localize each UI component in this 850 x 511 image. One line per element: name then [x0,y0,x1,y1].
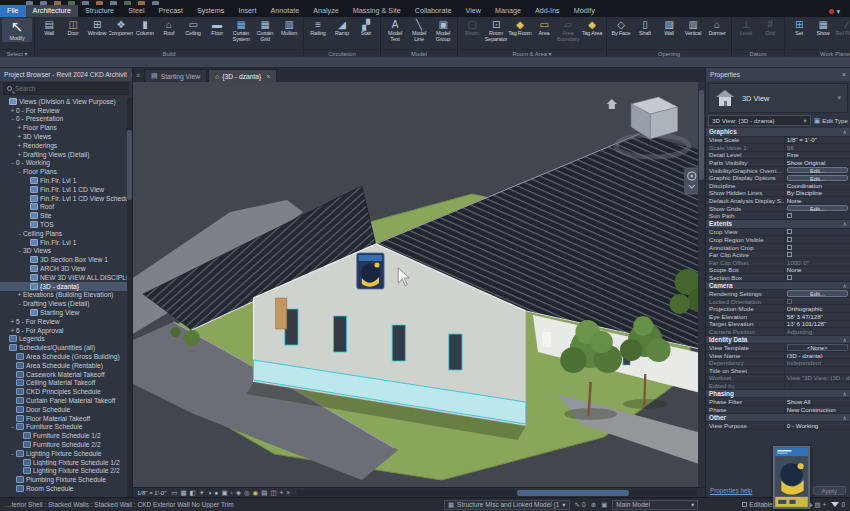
lock-3d-view-icon[interactable]: ◈ [236,488,241,498]
temporary-view-properties-icon[interactable]: ◫ [270,488,276,498]
collapse-icon[interactable]: ∧ [843,128,847,135]
property-value[interactable] [784,236,850,243]
undo-icon[interactable] [68,1,75,5]
scroll-thumb[interactable] [127,130,132,200]
view-list-icon[interactable]: ≡ [136,72,140,79]
tree-item-furniture-schedule[interactable]: -Furniture Schedule [0,422,132,431]
displace-elements-icon[interactable]: + [280,488,284,498]
tree-item-3d-views[interactable]: -3D Views [0,247,132,256]
property-value[interactable]: New Construction [784,406,850,413]
tree-item-floor-plans[interactable]: -Floor Plans [0,167,132,176]
expander-icon[interactable]: - [9,450,16,457]
ribbon-panel-label-circulation[interactable]: Circulation [305,49,379,57]
scroll-thumb[interactable] [699,90,704,180]
apply-button[interactable]: Apply [813,486,846,495]
property-value[interactable] [784,251,850,258]
ribbon-button-railing[interactable]: ≡Railing [306,18,330,37]
ribbon-display-toggle[interactable]: ▾ [825,7,844,17]
property-value[interactable]: Show Original [784,159,850,166]
tree-item-0-presentation[interactable]: -0 - Presentation [0,115,132,124]
ribbon-button-wall[interactable]: ▨Wall [657,18,681,37]
ribbon-button-column[interactable]: ▮Column [133,18,157,37]
expander-icon[interactable]: + [16,133,23,140]
close-icon[interactable]: × [127,71,132,78]
ribbon-panel-label-work-plane[interactable]: Work Plane [786,49,850,57]
property-value[interactable]: 13' 6 101/128" [784,321,850,328]
tree-item-0-for-review[interactable]: +0 - For Review [0,106,132,115]
tree-item-roof[interactable]: Roof [0,203,132,212]
edit-type-button[interactable]: ▣ Edit Type [814,117,848,125]
sync-icon[interactable] [54,1,61,5]
view-tab-starting-view[interactable]: ▤Starting View [144,69,207,82]
ribbon-button-ramp[interactable]: ◢Ramp [330,18,354,37]
expander-icon[interactable]: - [9,159,16,166]
ribbon-tab-structure[interactable]: Structure [78,5,121,17]
ribbon-button-model-group[interactable]: ▣Model Group [431,18,455,43]
property-value[interactable] [784,367,850,374]
reveal-hidden-elements-icon[interactable]: ◉ [253,488,259,498]
checkbox[interactable] [787,237,792,242]
close-tab-icon[interactable]: × [266,73,270,80]
ribbon-button-curtain-system[interactable]: ▦Curtain System [229,18,253,43]
edit-button[interactable]: Edit... [787,290,848,296]
tree-item-fin-flr-lvl-1[interactable]: Fin.Flr. Lvl 1 [0,238,132,247]
expander-icon[interactable]: + [9,318,16,325]
expander-icon[interactable]: - [9,423,16,430]
property-value[interactable]: None [784,267,850,274]
ribbon-button-shaft[interactable]: ▯Shaft [633,18,657,37]
project-browser-search[interactable] [3,82,129,95]
property-value[interactable]: Edit... [784,174,850,181]
ribbon-button-set[interactable]: ⊞Set [787,18,811,37]
reveal-constraints-icon[interactable]: × [286,488,290,498]
property-value[interactable] [784,298,850,305]
ribbon-tab-view[interactable]: View [459,5,488,17]
property-value[interactable] [784,212,850,219]
tree-item-views-division-view-purpose[interactable]: Views (Division & View Purpose) [0,97,132,106]
collapse-icon[interactable]: ∧ [843,390,847,397]
ribbon-panel-label-datum[interactable]: Datum [733,49,783,57]
property-value[interactable]: Fine [784,152,850,159]
ribbon-tab-add-ins[interactable]: Add-Ins [528,5,567,17]
ribbon-tab-systems[interactable]: Systems [190,5,232,17]
default-3d-view-icon[interactable] [138,1,145,5]
search-input[interactable] [15,85,125,92]
type-selector[interactable]: 3D View ▾ [708,83,848,113]
tree-item-curtain-panel-material-takeoff[interactable]: Curtain Panel Material Takeoff [0,396,132,405]
property-value[interactable]: 58' 3 47/128" [784,313,850,320]
ribbon-button-mullion[interactable]: ▥Mullion [277,18,301,37]
property-group-camera[interactable]: Camera∧ [706,282,850,291]
tree-item-ceiling-material-takeoff[interactable]: Ceiling Material Takeoff [0,379,132,388]
filter-count[interactable]: 0 [831,501,845,508]
save-icon[interactable] [40,1,47,5]
ribbon-button-window[interactable]: ⊞Window [85,18,109,37]
expander-icon[interactable]: - [9,115,16,122]
ribbon-button-ceiling[interactable]: ▭Ceiling [181,18,205,37]
tree-item-lighting-fixture-schedule-1-2[interactable]: Lighting Fixture Schedule 1/2 [0,458,132,467]
ribbon-tab-insert[interactable]: Insert [231,5,263,17]
property-value[interactable]: By Discipline [784,190,850,197]
property-group-graphics[interactable]: Graphics∧ [706,128,850,137]
view-scale-button[interactable]: 1/8" = 1'-0" [137,490,168,496]
ribbon-button-modify[interactable]: ↖Modify [2,18,32,42]
checkbox[interactable] [787,299,792,304]
property-group-extents[interactable]: Extents∧ [706,220,850,229]
show-crop-region-icon[interactable]: ▫ [231,488,233,498]
checkbox[interactable] [787,229,792,234]
shadows-icon[interactable]: ◑ [208,488,212,498]
detail-level-icon[interactable]: ▦ [180,488,186,498]
navigation-wheel-button[interactable] [685,168,699,194]
expander-icon[interactable]: + [16,142,23,149]
property-value[interactable]: None [784,197,850,204]
view-tab-3d-dzanta[interactable]: ⌂{3D - dzanta}× [208,69,277,82]
tree-item-fin-flr-lvl-1-cd-view-schedule-on-she[interactable]: Fin.Flr. Lvl 1 CD View Schedule on She [0,194,132,203]
design-option-dropdown[interactable]: Main Model ▾ [612,500,698,510]
ribbon-button-curtain-grid[interactable]: ▦Curtain Grid [253,18,277,43]
property-value[interactable]: <None> [784,344,850,351]
tree-item-3d-views[interactable]: +3D Views [0,132,132,141]
tree-item-lighting-fixture-schedule[interactable]: -Lighting Fixture Schedule [0,449,132,458]
ribbon-button-floor[interactable]: ▬Floor [205,18,229,37]
editable-only-checkbox[interactable] [742,502,747,507]
ribbon-button-tag-room[interactable]: ◆Tag Room [508,18,532,37]
ribbon-button-by-face[interactable]: ◇By Face [609,18,633,37]
ribbon-button-area[interactable]: ▭Area [532,18,556,37]
